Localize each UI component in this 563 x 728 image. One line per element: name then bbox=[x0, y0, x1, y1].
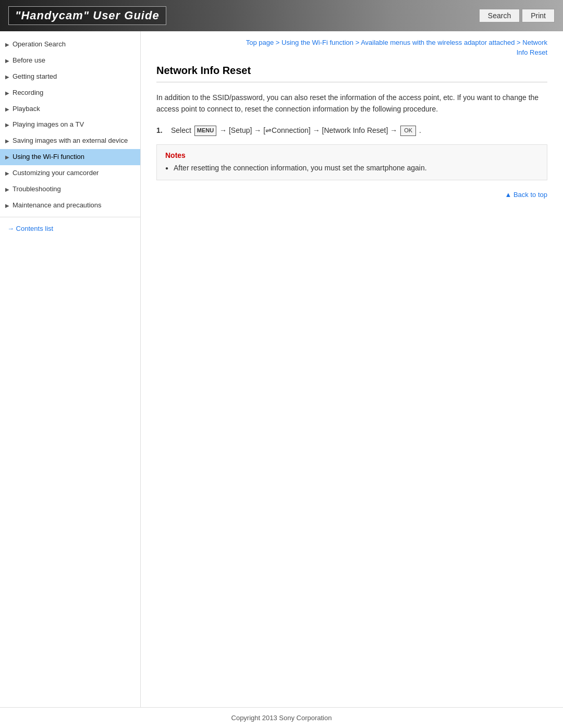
footer: Copyright 2013 Sony Corporation bbox=[0, 707, 563, 728]
arrow-icon: ▶ bbox=[5, 202, 9, 209]
sidebar-item-customizing[interactable]: ▶ Customizing your camcorder bbox=[0, 165, 140, 181]
sidebar-item-label: Playback bbox=[13, 105, 133, 114]
breadcrumb-info-reset[interactable]: Info Reset bbox=[517, 48, 547, 56]
sidebar-item-troubleshooting[interactable]: ▶ Troubleshooting bbox=[0, 181, 140, 198]
step-number: 1. bbox=[156, 125, 167, 136]
connection-text: [⇌Connection] bbox=[263, 126, 311, 134]
sidebar-item-recording[interactable]: ▶ Recording bbox=[0, 85, 140, 101]
sidebar-item-playback[interactable]: ▶ Playback bbox=[0, 101, 140, 117]
arrow-icon: ▶ bbox=[5, 73, 9, 80]
sidebar-item-label: Getting started bbox=[13, 72, 133, 81]
sidebar-item-saving-images[interactable]: ▶ Saving images with an external device bbox=[0, 133, 140, 149]
sidebar-item-label: Recording bbox=[13, 89, 133, 97]
sidebar-item-before-use[interactable]: ▶ Before use bbox=[0, 53, 140, 69]
header-buttons: Search Print bbox=[479, 9, 555, 22]
contents-list-link[interactable]: → Contents list bbox=[7, 225, 133, 232]
breadcrumb-sep1: > bbox=[274, 39, 282, 46]
notes-list: After resetting the connection informati… bbox=[165, 163, 538, 174]
sidebar-item-label: Customizing your camcorder bbox=[13, 169, 133, 178]
ok-button-icon: OK bbox=[400, 126, 416, 136]
sidebar-item-label: Saving images with an external device bbox=[13, 137, 133, 145]
body-text: In addition to the SSID/password, you ca… bbox=[156, 92, 547, 115]
arrow-icon: ▶ bbox=[5, 121, 9, 128]
step-select-text: Select bbox=[171, 126, 191, 134]
breadcrumb-wifi[interactable]: Using the Wi-Fi function bbox=[282, 39, 353, 46]
notes-box: Notes After resetting the connection inf… bbox=[156, 144, 547, 180]
header: "Handycam" User Guide Search Print bbox=[0, 0, 563, 31]
back-to-top-link[interactable]: ▲ Back to top bbox=[505, 191, 547, 199]
breadcrumb-sep2: > bbox=[353, 39, 361, 46]
arrow3: → bbox=[313, 126, 322, 134]
breadcrumb-menus[interactable]: Available menus with the wireless adapto… bbox=[361, 39, 515, 46]
breadcrumb-sep3: > bbox=[515, 39, 522, 46]
copyright-text: Copyright 2013 Sony Corporation bbox=[231, 714, 332, 722]
step-content: Select MENU → [Setup] → [⇌Connection] → … bbox=[171, 125, 547, 136]
arrow-icon: ▶ bbox=[5, 90, 9, 96]
app-title: "Handycam" User Guide bbox=[8, 6, 166, 25]
sidebar-item-playing-images[interactable]: ▶ Playing images on a TV bbox=[0, 117, 140, 133]
arrow-icon: ▶ bbox=[5, 138, 9, 144]
setup-text: [Setup] bbox=[229, 126, 252, 134]
arrow1: → bbox=[219, 126, 227, 134]
sidebar-item-maintenance[interactable]: ▶ Maintenance and precautions bbox=[0, 198, 140, 214]
main-content: Top page > Using the Wi-Fi function > Av… bbox=[141, 31, 563, 707]
breadcrumb-network[interactable]: Network bbox=[522, 39, 547, 46]
step-1: 1. Select MENU → [Setup] → [⇌Connection]… bbox=[156, 125, 547, 136]
arrow-icon: ▶ bbox=[5, 106, 9, 113]
back-to-top[interactable]: ▲ Back to top bbox=[156, 191, 547, 199]
arrow-icon: ▶ bbox=[5, 186, 9, 193]
sidebar-item-label: Playing images on a TV bbox=[13, 120, 133, 129]
sidebar-item-label: Before use bbox=[13, 56, 133, 65]
sidebar-item-wifi[interactable]: ▶ Using the Wi-Fi function bbox=[0, 149, 140, 165]
arrow-icon: ▶ bbox=[5, 170, 9, 177]
arrow-icon: ▶ bbox=[5, 154, 9, 161]
breadcrumb-line2: Info Reset bbox=[156, 48, 547, 56]
notes-item-1: After resetting the connection informati… bbox=[165, 163, 538, 174]
main-layout: ▶ Operation Search ▶ Before use ▶ Gettin… bbox=[0, 31, 563, 707]
menu-button-icon: MENU bbox=[194, 126, 216, 136]
arrow4: → bbox=[390, 126, 399, 134]
arrow2: → bbox=[254, 126, 263, 134]
arrow-icon: ▶ bbox=[5, 41, 9, 48]
page-title: Network Info Reset bbox=[156, 65, 547, 82]
sidebar-item-getting-started[interactable]: ▶ Getting started bbox=[0, 69, 140, 85]
print-button[interactable]: Print bbox=[522, 9, 555, 22]
arrow-icon: ▶ bbox=[5, 57, 9, 64]
sidebar-item-label: Troubleshooting bbox=[13, 185, 133, 194]
search-button[interactable]: Search bbox=[479, 9, 520, 22]
sidebar-item-label: Operation Search bbox=[13, 40, 133, 49]
sidebar-footer: → Contents list bbox=[0, 217, 140, 240]
sidebar-item-label: Using the Wi-Fi function bbox=[13, 153, 133, 162]
breadcrumb: Top page > Using the Wi-Fi function > Av… bbox=[156, 39, 547, 46]
sidebar-item-operation-search[interactable]: ▶ Operation Search bbox=[0, 36, 140, 53]
sidebar: ▶ Operation Search ▶ Before use ▶ Gettin… bbox=[0, 31, 141, 707]
notes-title: Notes bbox=[165, 151, 538, 159]
step-period: . bbox=[419, 126, 421, 134]
reset-text: [Network Info Reset] bbox=[322, 126, 388, 134]
breadcrumb-top[interactable]: Top page bbox=[246, 39, 274, 46]
sidebar-item-label: Maintenance and precautions bbox=[13, 201, 133, 210]
